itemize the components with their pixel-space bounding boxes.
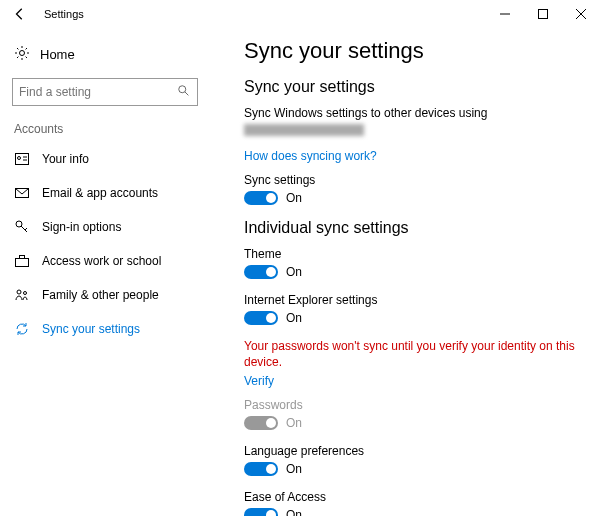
sync-settings-toggle[interactable] — [244, 191, 278, 205]
passwords-label: Passwords — [244, 398, 576, 412]
home-nav[interactable]: Home — [0, 36, 210, 72]
minimize-button[interactable] — [486, 0, 524, 28]
sidebar-item-label: Access work or school — [42, 254, 161, 268]
language-toggle[interactable] — [244, 462, 278, 476]
language-label: Language preferences — [244, 444, 576, 458]
title-bar: Settings — [0, 0, 600, 28]
maximize-button[interactable] — [524, 0, 562, 28]
sidebar-item-work[interactable]: Access work or school — [0, 244, 210, 278]
ease-toggle[interactable] — [244, 508, 278, 516]
svg-line-14 — [25, 228, 27, 230]
ease-label: Ease of Access — [244, 490, 576, 504]
briefcase-icon — [14, 255, 30, 267]
sidebar-item-your-info[interactable]: Your info — [0, 142, 210, 176]
svg-rect-16 — [20, 256, 25, 259]
svg-point-4 — [20, 50, 25, 55]
toggle-state: On — [286, 508, 302, 516]
people-icon — [14, 289, 30, 301]
svg-line-6 — [185, 91, 189, 95]
verify-link[interactable]: Verify — [244, 374, 274, 388]
svg-rect-15 — [16, 259, 29, 267]
sidebar-item-label: Sign-in options — [42, 220, 121, 234]
search-input[interactable] — [19, 85, 177, 99]
sidebar-item-label: Email & app accounts — [42, 186, 158, 200]
sidebar-item-label: Family & other people — [42, 288, 159, 302]
toggle-state: On — [286, 416, 302, 430]
svg-point-8 — [18, 157, 21, 160]
mail-icon — [14, 187, 30, 199]
sidebar-item-signin[interactable]: Sign-in options — [0, 210, 210, 244]
passwords-toggle — [244, 416, 278, 430]
sidebar-item-label: Your info — [42, 152, 89, 166]
toggle-state: On — [286, 191, 302, 205]
category-label: Accounts — [0, 114, 210, 142]
id-card-icon — [14, 153, 30, 165]
sidebar-item-family[interactable]: Family & other people — [0, 278, 210, 312]
sidebar-item-email[interactable]: Email & app accounts — [0, 176, 210, 210]
redacted-account — [244, 124, 364, 136]
search-box[interactable] — [12, 78, 198, 106]
how-syncing-link[interactable]: How does syncing work? — [244, 149, 377, 163]
toggle-state: On — [286, 265, 302, 279]
password-warning: Your passwords won't sync until you veri… — [244, 339, 576, 370]
ie-toggle[interactable] — [244, 311, 278, 325]
sync-description: Sync Windows settings to other devices u… — [244, 106, 576, 120]
toggle-state: On — [286, 462, 302, 476]
sidebar: Home Accounts Your info Email & app acco… — [0, 28, 210, 516]
svg-rect-1 — [539, 10, 548, 19]
window-title: Settings — [44, 8, 84, 20]
main-content: Sync your settings Sync your settings Sy… — [210, 28, 600, 516]
section-heading: Individual sync settings — [244, 219, 576, 237]
ie-label: Internet Explorer settings — [244, 293, 576, 307]
toggle-state: On — [286, 311, 302, 325]
sync-settings-label: Sync settings — [244, 173, 576, 187]
gear-icon — [14, 45, 30, 64]
svg-point-17 — [17, 290, 21, 294]
home-label: Home — [40, 47, 75, 62]
sync-icon — [14, 322, 30, 336]
sidebar-item-label: Sync your settings — [42, 322, 140, 336]
sidebar-item-sync[interactable]: Sync your settings — [0, 312, 210, 346]
back-button[interactable] — [0, 0, 40, 28]
page-title: Sync your settings — [244, 38, 576, 64]
svg-point-18 — [24, 292, 27, 295]
theme-label: Theme — [244, 247, 576, 261]
svg-point-5 — [179, 85, 186, 92]
section-heading: Sync your settings — [244, 78, 576, 96]
key-icon — [14, 220, 30, 234]
close-button[interactable] — [562, 0, 600, 28]
theme-toggle[interactable] — [244, 265, 278, 279]
search-icon — [177, 84, 191, 101]
